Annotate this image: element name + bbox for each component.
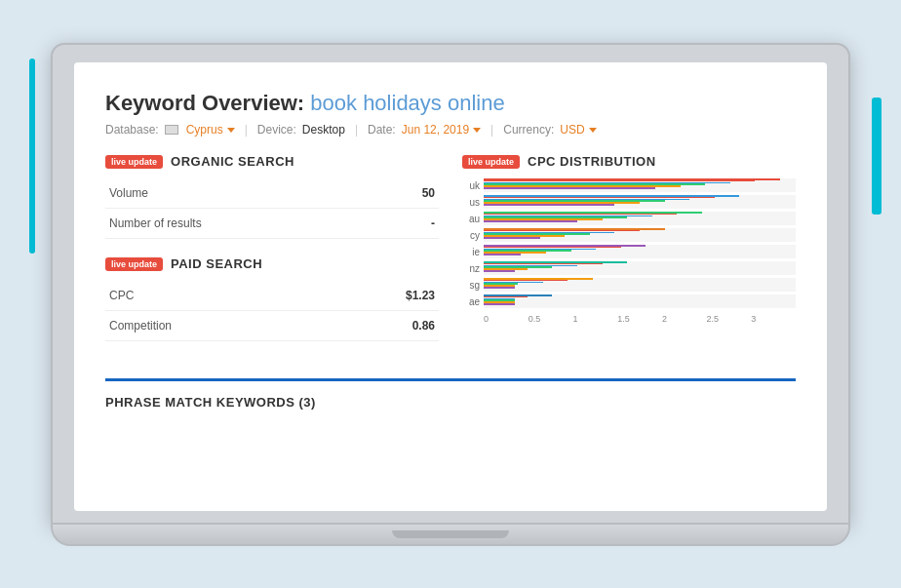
title-static: Keyword Overview:: [105, 91, 304, 115]
bar-row: us: [462, 195, 796, 209]
number-of-results-value: -: [381, 209, 439, 239]
phrase-match-title: PHRASE MATCH KEYWORDS (3): [105, 395, 316, 410]
organic-search-header: live update ORGANIC SEARCH: [105, 154, 439, 169]
organic-search-table: Volume 50 Number of results -: [105, 178, 439, 239]
bar-track: [484, 278, 796, 292]
bar-row: sg: [462, 278, 796, 292]
bar-row: au: [462, 212, 796, 225]
page-title: Keyword Overview: book holidays online: [105, 90, 796, 118]
laptop-notch: [392, 530, 509, 538]
bar-label: nz: [462, 263, 480, 274]
x-tick: 2: [662, 314, 707, 324]
organic-search-title: ORGANIC SEARCH: [171, 154, 294, 169]
device-label: Device:: [257, 123, 296, 137]
bar-label: ie: [462, 247, 480, 257]
laptop-screen: Keyword Overview: book holidays online D…: [74, 62, 827, 511]
bar-track: [484, 195, 796, 209]
paid-search-header: live update PAID SEARCH: [105, 256, 439, 271]
table-row: Competition 0.86: [105, 311, 439, 341]
chart-bars: ukusaucyienzsgae: [462, 178, 796, 308]
bar-track: [484, 212, 796, 225]
bar-track: [484, 245, 796, 258]
bar-label: cy: [462, 230, 480, 241]
table-row: Number of results -: [105, 209, 439, 239]
bar-row: ae: [462, 294, 796, 308]
phrase-match-section: PHRASE MATCH KEYWORDS (3): [105, 378, 796, 411]
table-row: Volume 50: [105, 178, 439, 209]
laptop-bezel: Keyword Overview: book holidays online D…: [51, 43, 850, 525]
laptop: Keyword Overview: book holidays online D…: [51, 43, 850, 546]
device-value: Desktop: [302, 123, 345, 137]
bar-row: uk: [462, 178, 796, 192]
cyan-accent-right: [872, 98, 881, 215]
currency-label: Currency:: [503, 123, 554, 137]
flag-icon: [165, 125, 178, 135]
cpc-value: $1.23: [324, 281, 439, 311]
table-row: CPC $1.23: [105, 281, 439, 311]
database-label: Database:: [105, 123, 159, 137]
bar-track: [484, 178, 796, 192]
currency-chevron-icon: [589, 128, 597, 133]
bar-label: uk: [462, 180, 480, 191]
cyan-accent-left: [29, 59, 35, 254]
laptop-base: [51, 525, 850, 546]
x-tick: 1.5: [617, 314, 662, 324]
cpc-chart: ukusaucyienzsgae 00.511.522.53: [462, 178, 796, 343]
cpc-label: CPC: [105, 281, 324, 311]
bar-row: nz: [462, 261, 796, 275]
database-value[interactable]: Cyprus: [186, 123, 235, 137]
left-column: live update ORGANIC SEARCH Volume 50 Num…: [105, 154, 439, 359]
bar-track: [484, 261, 796, 275]
number-of-results-label: Number of results: [105, 209, 381, 239]
volume-value: 50: [381, 178, 439, 209]
bar-label: ae: [462, 296, 480, 307]
paid-search-title: PAID SEARCH: [171, 256, 262, 271]
bar-row: ie: [462, 245, 796, 258]
currency-value[interactable]: USD: [560, 123, 596, 137]
cpc-dist-header: live update CPC DISTRIBUTION: [462, 154, 796, 169]
title-keyword: book holidays online: [310, 91, 504, 115]
x-tick: 3: [751, 314, 796, 324]
paid-live-badge: live update: [105, 257, 163, 271]
date-chevron-icon: [473, 128, 481, 133]
right-column: live update CPC DISTRIBUTION ukusaucyien…: [462, 154, 796, 359]
bar-label: au: [462, 214, 480, 224]
bar-track: [484, 294, 796, 308]
bar-track: [484, 228, 796, 242]
x-tick: 0: [484, 314, 529, 324]
organic-live-badge: live update: [105, 155, 163, 169]
x-tick: 1: [572, 314, 617, 324]
cpc-dist-title: CPC DISTRIBUTION: [528, 154, 656, 169]
database-chevron-icon: [227, 128, 235, 133]
bar-row: cy: [462, 228, 796, 242]
cpc-live-badge: live update: [462, 155, 520, 169]
date-label: Date:: [368, 123, 396, 137]
volume-label: Volume: [105, 178, 381, 209]
x-tick: 0.5: [529, 314, 573, 324]
bar-label: sg: [462, 280, 480, 291]
filters-bar: Database: Cyprus | Device: Desktop | Dat…: [105, 123, 796, 137]
date-value[interactable]: Jun 12, 2019: [402, 123, 481, 137]
bar-label: us: [462, 197, 480, 208]
paid-search-table: CPC $1.23 Competition 0.86: [105, 281, 439, 341]
main-content: live update ORGANIC SEARCH Volume 50 Num…: [105, 154, 796, 359]
competition-label: Competition: [105, 311, 324, 341]
chart-x-axis: 00.511.522.53: [462, 314, 796, 324]
x-tick: 2.5: [707, 314, 752, 324]
competition-value: 0.86: [324, 311, 439, 341]
